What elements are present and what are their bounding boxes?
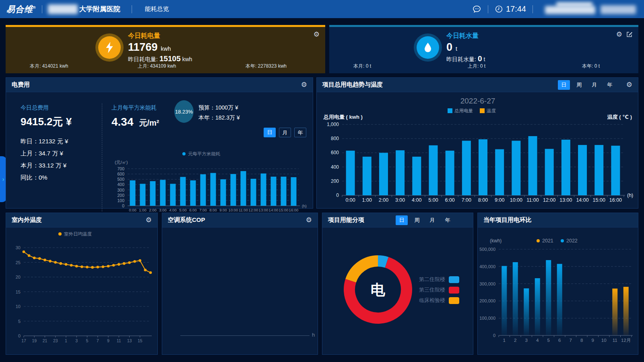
gear-icon[interactable]: ⚙	[301, 81, 307, 88]
svg-text:5: 5	[18, 319, 21, 324]
svg-text:总用电量: 总用电量	[454, 108, 473, 113]
panel-title: 项目总用电趋势与温度	[322, 81, 383, 89]
svg-text:7: 7	[570, 338, 572, 343]
power-trend-chart: 2022-6-27总用电量温度总用电量 ( kwh )温度 ( ℃ )02004…	[319, 94, 637, 210]
temperature-panel-content: 室外日均温度0510152025301719212313579111315	[6, 228, 157, 354]
cop-panel-content: h	[162, 228, 318, 354]
budget-percent-badge: 18.23%	[174, 100, 194, 123]
gear-icon[interactable]: ⚙	[146, 217, 152, 223]
svg-text:9: 9	[592, 338, 594, 343]
top-navbar: 易合维® 大学附属医院 能耗总览 17:44	[0, 0, 644, 18]
tab-day[interactable]: 日	[396, 215, 408, 225]
svg-text:0: 0	[122, 203, 124, 208]
svg-text:(h): (h)	[302, 204, 307, 208]
tab-year[interactable]: 年	[442, 215, 454, 225]
cop-x-unit: h	[312, 332, 315, 338]
cost-panel-content: 今日总费用 9415.2元 ¥ 昨日：12132 元 ¥ 上月：34.7 万 ¥…	[6, 92, 313, 208]
tab-year[interactable]: 年	[604, 80, 616, 90]
tab-month[interactable]: 月	[588, 80, 601, 90]
svg-text:8:00: 8:00	[209, 208, 217, 212]
svg-text:11: 11	[117, 338, 121, 343]
panel-header: 项目总用电趋势与温度 日 周 月 年 ⚙	[317, 78, 638, 92]
svg-text:23: 23	[53, 338, 58, 343]
legend-item[interactable]: 临床检验楼	[412, 297, 459, 304]
svg-text:700: 700	[117, 166, 124, 171]
panel-yearly-comparison: 当年项目用电环比 (kwh)202120220100,000200,000300…	[477, 213, 638, 355]
logo-registered-mark: ®	[33, 6, 36, 10]
panel-energy-breakdown: 项目用能分项 日 周 月 年 电 第二住院楼 第三住院楼	[322, 213, 473, 355]
svg-text:0: 0	[493, 333, 495, 338]
dashed-divider	[102, 103, 102, 211]
tab-month[interactable]: 月	[279, 128, 291, 137]
cost-row: 上月：34.7 万 ¥	[21, 150, 72, 157]
svg-text:15: 15	[16, 290, 21, 294]
svg-text:15:00: 15:00	[279, 208, 289, 212]
card-today-water[interactable]: ⚙ 今日耗水量 0t 昨日耗水量:0t 本月: 0 t 上月: 0 t 本年: …	[329, 25, 638, 73]
svg-text:11: 11	[613, 338, 617, 343]
svg-text:200,000: 200,000	[479, 298, 495, 303]
gear-icon[interactable]: ⚙	[306, 217, 312, 223]
svg-text:19: 19	[32, 338, 37, 343]
panel-title: 电费用	[12, 81, 30, 89]
svg-text:9:00: 9:00	[219, 208, 227, 212]
cost-period-tabs: 日 月 年	[264, 128, 306, 137]
svg-text:元每平方米能耗: 元每平方米能耗	[188, 151, 221, 156]
breakdown-panel-content: 电 第二住院楼 第三住院楼 临床检验楼	[322, 228, 473, 354]
budget-block: 预算：1000万 ¥ 本年：182.3万 ¥	[198, 103, 240, 123]
message-icon[interactable]	[472, 4, 481, 14]
svg-text:600: 600	[117, 172, 124, 176]
cost-row: 同比：0%	[21, 174, 72, 182]
svg-text:14:00: 14:00	[576, 197, 588, 203]
svg-text:16:00: 16:00	[609, 197, 622, 203]
stat-month: 本月: 414021 kwh	[30, 63, 68, 70]
svg-text:0:00: 0:00	[129, 208, 136, 212]
panel-title: 当年项目用电环比	[483, 216, 532, 224]
svg-text:10: 10	[601, 338, 607, 343]
svg-text:4: 4	[536, 338, 539, 343]
tab-day[interactable]: 日	[558, 80, 570, 90]
legend-swatch	[449, 287, 459, 294]
panel-ac-cop: 空调系统COP ⚙ h	[162, 213, 318, 355]
tab-year[interactable]: 年	[294, 128, 306, 137]
nav-divider	[488, 5, 488, 13]
tab-day[interactable]: 日	[264, 128, 276, 137]
svg-text:0: 0	[336, 192, 339, 198]
nav-divider	[42, 5, 42, 13]
yearly-comparison-chart: (kwh)202120220100,000200,000300,000400,0…	[478, 228, 639, 357]
panel-header: 室内外温度 ⚙	[6, 213, 157, 228]
svg-text:5: 5	[86, 338, 89, 343]
cost-row: 本月：33.12 万 ¥	[21, 162, 72, 170]
card-today-electricity[interactable]: ⚙ 今日耗电量 11769kwh 昨日耗电量:15105kwh 本月: 4140…	[6, 25, 325, 73]
energy-dashboard: 易合维® 大学附属医院 能耗总览 17:44	[0, 0, 644, 362]
svg-text:2:00: 2:00	[379, 197, 388, 203]
svg-text:10: 10	[16, 304, 21, 309]
sqm-value: 4.34	[111, 116, 134, 128]
card-electric-main: 今日耗电量 11769kwh 昨日耗电量:15105kwh	[6, 32, 325, 63]
nav-divider	[132, 5, 132, 13]
svg-text:11:00: 11:00	[239, 208, 248, 212]
tab-month[interactable]: 月	[426, 215, 438, 225]
svg-text:7: 7	[97, 338, 99, 343]
panel-header: 电费用 ⚙	[6, 78, 313, 92]
svg-text:15: 15	[138, 338, 142, 343]
svg-text:25: 25	[16, 260, 21, 265]
card-water-main: 今日耗水量 0t 昨日耗水量:0t	[329, 32, 638, 63]
svg-text:100,000: 100,000	[479, 316, 495, 321]
svg-text:12:00: 12:00	[249, 208, 258, 212]
legend-item[interactable]: 第三住院楼	[412, 286, 459, 294]
blurred-hospital-prefix	[48, 4, 78, 14]
tab-week[interactable]: 周	[411, 215, 423, 225]
legend-item[interactable]: 第二住院楼	[412, 276, 459, 283]
tab-week[interactable]: 周	[573, 80, 585, 90]
legend-swatch	[449, 297, 459, 304]
panel-title: 空调系统COP	[168, 216, 205, 224]
svg-text:2:00: 2:00	[149, 208, 157, 212]
outdoor-temperature-chart: 室外日均温度0510152025301719212313579111315	[8, 229, 157, 356]
stat-last-month: 上月: 0 t	[468, 63, 485, 70]
cop-x-axis	[180, 335, 310, 336]
svg-text:500,000: 500,000	[479, 247, 495, 252]
svg-text:200: 200	[117, 193, 124, 198]
sqm-block: 上月每平方米能耗 4.34元/m²	[111, 104, 159, 128]
gear-icon[interactable]: ⚙	[626, 81, 632, 88]
menu-item-energy-overview[interactable]: 能耗总览	[145, 5, 169, 13]
